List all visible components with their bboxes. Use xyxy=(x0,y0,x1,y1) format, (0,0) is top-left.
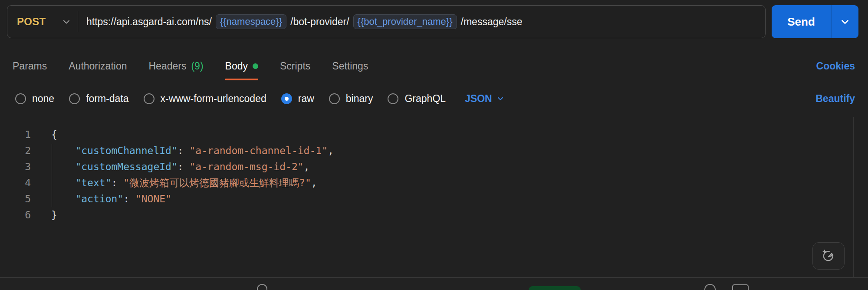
send-button[interactable]: Send xyxy=(772,5,831,38)
radio-label: form-data xyxy=(86,93,128,105)
body-modified-dot-icon xyxy=(253,63,258,69)
radio-icon xyxy=(144,93,155,104)
token-key: "customMessageId" xyxy=(75,161,177,172)
token-ws xyxy=(51,161,75,172)
tab-scripts[interactable]: Scripts xyxy=(280,51,310,81)
chevron-down-icon xyxy=(839,16,851,27)
line-number: 3 xyxy=(0,159,31,175)
code-line: 1{ xyxy=(0,127,853,143)
footer-avatar-icon[interactable] xyxy=(704,284,716,290)
tab-headers[interactable]: Headers(9) xyxy=(149,51,204,81)
tab-label: Body xyxy=(225,60,248,72)
tab-settings[interactable]: Settings xyxy=(332,51,368,81)
url-input[interactable]: https://api.asgard-ai.com/ns/{{namespace… xyxy=(78,14,522,29)
indent-guide xyxy=(52,144,52,207)
token-value: "微波烤箱可以烤德國豬腳或生鮮料理嗎?" xyxy=(123,177,311,188)
tab-label: Scripts xyxy=(280,60,310,72)
code-text: "customChannelId": "a-random-channel-id-… xyxy=(31,143,334,159)
code-line: 2 "customChannelId": "a-random-channel-i… xyxy=(0,143,853,159)
radio-icon xyxy=(329,93,340,104)
body-type-x-www-form-urlencoded[interactable]: x-www-form-urlencoded xyxy=(144,93,266,105)
token-value: "a-random-msg-id-2" xyxy=(190,161,304,172)
tab-label: Params xyxy=(13,60,47,72)
footer-green-button[interactable] xyxy=(529,286,581,290)
url-text-segment: /bot-provider/ xyxy=(290,16,349,28)
language-select-value: JSON xyxy=(465,93,492,105)
code-text: "text": "微波烤箱可以烤德國豬腳或生鮮料理嗎?", xyxy=(31,175,317,191)
token-key: "action" xyxy=(75,193,123,204)
token-ws xyxy=(51,193,75,204)
body-type-form-data[interactable]: form-data xyxy=(69,93,128,105)
radio-icon xyxy=(69,93,80,104)
code-line: 3 "customMessageId": "a-random-msg-id-2"… xyxy=(0,159,853,175)
tab-body[interactable]: Body xyxy=(225,51,258,81)
status-footer xyxy=(0,277,868,290)
tab-label: Headers xyxy=(149,60,187,72)
cookies-link[interactable]: Cookies xyxy=(816,60,855,72)
token-punct: : xyxy=(123,193,135,204)
token-value: "NONE" xyxy=(135,193,171,204)
url-bar: POST https://api.asgard-ai.com/ns/{{name… xyxy=(7,5,766,38)
request-row: POST https://api.asgard-ai.com/ns/{{name… xyxy=(7,5,858,38)
radio-icon xyxy=(388,93,398,104)
radio-label: none xyxy=(32,93,54,105)
token-key: "text" xyxy=(75,177,111,188)
beautify-link[interactable]: Beautify xyxy=(815,93,855,105)
url-text-segment: /message/sse xyxy=(461,16,523,28)
tab-authorization[interactable]: Authorization xyxy=(69,51,127,81)
token-punct: : xyxy=(178,161,190,172)
token-punct: , xyxy=(311,177,317,188)
radio-label: GraphQL xyxy=(404,93,446,105)
url-variable-chip[interactable]: {{namespace}} xyxy=(216,14,286,29)
raw-body-editor[interactable]: 1{2 "customChannelId": "a-random-channel… xyxy=(0,127,853,223)
code-line: 6} xyxy=(0,207,853,223)
code-text: } xyxy=(31,207,57,223)
token-punct: , xyxy=(328,145,334,156)
code-line: 4 "text": "微波烤箱可以烤德國豬腳或生鮮料理嗎?", xyxy=(0,175,853,191)
radio-label: raw xyxy=(298,93,314,105)
postbot-sparkle-icon xyxy=(820,248,837,264)
token-ws xyxy=(51,145,75,156)
tab-label: Authorization xyxy=(69,60,127,72)
body-type-raw[interactable]: raw xyxy=(281,93,314,105)
chevron-down-icon xyxy=(496,94,505,103)
radio-label: binary xyxy=(346,93,373,105)
tab-label: Settings xyxy=(332,60,368,72)
code-line: 5 "action": "NONE" xyxy=(0,191,853,207)
body-type-none[interactable]: none xyxy=(15,93,54,105)
tab-count-badge: (9) xyxy=(191,60,203,72)
send-options-button[interactable] xyxy=(832,5,858,38)
line-number: 6 xyxy=(0,207,31,223)
send-split-button: Send xyxy=(772,5,858,38)
footer-panel-icon[interactable] xyxy=(732,284,749,290)
tab-params[interactable]: Params xyxy=(13,51,47,81)
body-type-binary[interactable]: binary xyxy=(329,93,373,105)
token-value: "a-random-channel-id-1" xyxy=(190,145,328,156)
line-number: 2 xyxy=(0,143,31,159)
token-punct: : xyxy=(111,177,123,188)
line-number: 4 xyxy=(0,175,31,191)
request-tabs: ParamsAuthorizationHeaders(9)BodyScripts… xyxy=(13,51,855,81)
body-type-row: noneform-datax-www-form-urlencodedrawbin… xyxy=(15,86,855,111)
radio-icon xyxy=(281,93,292,104)
postbot-button[interactable] xyxy=(812,242,845,270)
url-text-segment: https://api.asgard-ai.com/ns/ xyxy=(86,16,212,28)
editor-right-edge xyxy=(853,117,854,277)
footer-circle-icon[interactable] xyxy=(257,284,267,290)
line-number: 1 xyxy=(0,127,31,143)
body-type-graphql[interactable]: GraphQL xyxy=(388,93,446,105)
language-select[interactable]: JSON xyxy=(465,93,505,105)
token-punct: : xyxy=(178,145,190,156)
token-punct: { xyxy=(51,129,57,140)
code-text: "customMessageId": "a-random-msg-id-2", xyxy=(31,159,309,175)
token-ws xyxy=(51,177,75,188)
line-number: 5 xyxy=(0,191,31,207)
method-select[interactable]: POST xyxy=(7,16,78,28)
radio-icon xyxy=(15,93,26,104)
token-punct: } xyxy=(51,209,57,221)
method-label: POST xyxy=(17,16,46,28)
chevron-down-icon xyxy=(61,16,72,27)
token-punct: , xyxy=(304,161,310,172)
code-text: { xyxy=(31,127,57,143)
url-variable-chip[interactable]: {{bot_provider_name}} xyxy=(353,14,457,29)
